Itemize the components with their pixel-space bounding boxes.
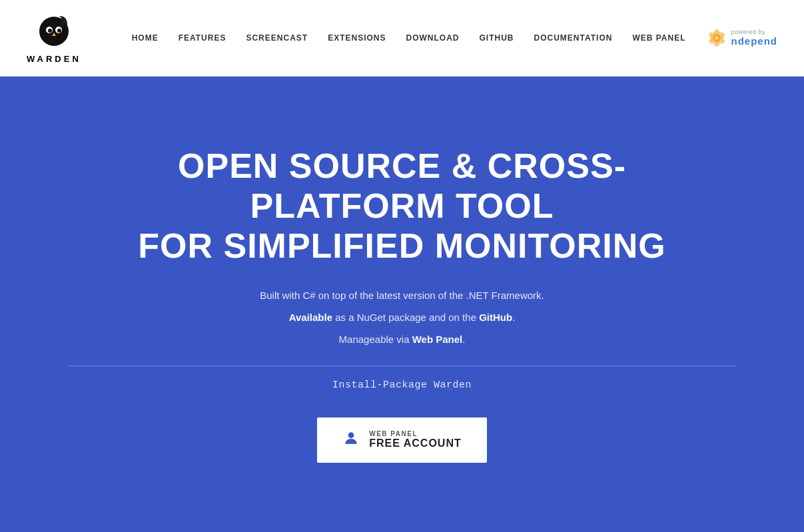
hero-divider — [69, 366, 735, 366]
logo-text: WARDEN — [27, 54, 81, 64]
ndepend-gear-icon — [706, 27, 727, 49]
github-bold: GitHub — [479, 312, 512, 323]
nav-screencast[interactable]: SCREENCAST — [246, 33, 308, 43]
cta-free-account-button[interactable]: WEB PANEL FREE ACCOUNT — [317, 417, 487, 463]
nav-features[interactable]: FEATURES — [179, 33, 226, 43]
available-bold: Available — [289, 312, 332, 323]
hero-subtitle-1: Built with C# on top of the latest versi… — [260, 286, 544, 304]
hero-title-line1: OPEN SOURCE & CROSS-PLATFORM TOOL — [178, 146, 626, 225]
svg-point-4 — [57, 29, 61, 33]
site-header: WARDEN HOME FEATURES SCREENCAST EXTENSIO… — [0, 0, 804, 77]
nav-download[interactable]: DOWNLOAD — [406, 33, 460, 43]
cta-label-top: WEB PANEL — [369, 430, 462, 437]
svg-point-8 — [348, 432, 354, 438]
nav-documentation[interactable]: DOCUMENTATION — [534, 33, 613, 43]
nav-webpanel[interactable]: WEB PANEL — [632, 33, 685, 43]
logo[interactable]: WARDEN — [27, 13, 81, 64]
install-command: Install-Package Warden — [332, 380, 472, 391]
nav-extensions[interactable]: EXTENSIONS — [328, 33, 386, 43]
nav-home[interactable]: HOME — [132, 33, 159, 43]
nav-github[interactable]: GITHUB — [480, 33, 514, 43]
svg-point-3 — [48, 29, 52, 33]
hero-title: OPEN SOURCE & CROSS-PLATFORM TOOL FOR SI… — [103, 146, 702, 266]
powered-by-label: powered by — [731, 29, 778, 36]
warden-logo-icon — [34, 13, 74, 53]
hero-subtitle-2: Available as a NuGet package and on the … — [289, 308, 516, 326]
cta-label-bottom: FREE ACCOUNT — [369, 437, 462, 449]
hero-title-line2: FOR SIMPLIFIED MONITORING — [138, 226, 665, 265]
ndepend-badge[interactable]: powered by ndepend — [706, 27, 778, 49]
hero-section: OPEN SOURCE & CROSS-PLATFORM TOOL FOR SI… — [0, 77, 804, 532]
user-icon — [342, 429, 360, 451]
webpanel-bold: Web Panel — [412, 334, 463, 345]
ndepend-brand-label: ndepend — [731, 35, 778, 47]
cta-text: WEB PANEL FREE ACCOUNT — [369, 430, 462, 449]
ndepend-text: powered by ndepend — [731, 29, 778, 48]
hero-subtitle-3: Manageable via Web Panel. — [339, 330, 466, 348]
main-nav: HOME FEATURES SCREENCAST EXTENSIONS DOWN… — [132, 33, 686, 43]
